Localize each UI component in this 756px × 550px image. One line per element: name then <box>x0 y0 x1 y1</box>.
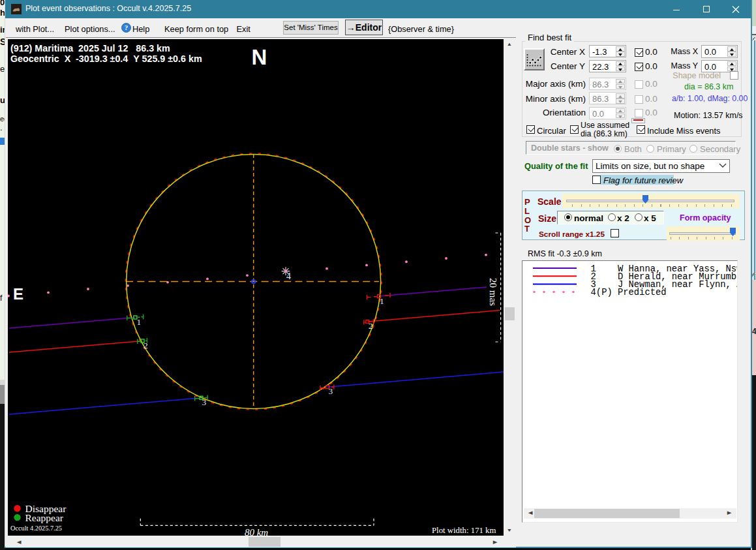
svg-text:1: 1 <box>137 317 142 327</box>
svg-text:4: 4 <box>286 271 291 281</box>
svg-text:3 J Newman, near Flynn, A: 3 J Newman, near Flynn, A <box>591 280 737 290</box>
svg-text:4(P) Predicted: 4(P) Predicted <box>591 288 667 298</box>
svg-text:1 W Hanna, near Yass, Nsw: 1 W Hanna, near Yass, Nsw <box>591 264 737 274</box>
svg-text:?: ? <box>125 23 129 31</box>
svg-text:2: 2 <box>369 321 373 331</box>
svg-text:Occult 4.2025.7.25: Occult 4.2025.7.25 <box>10 525 62 532</box>
svg-text:1: 1 <box>380 296 384 306</box>
svg-text:Reappear: Reappear <box>25 512 64 523</box>
svg-text:Geocentric X -3019.3 ±0.4 Y: Geocentric X -3019.3 ±0.4 Y 525.9 ±0.6 k… <box>10 53 202 64</box>
svg-text:N: N <box>252 45 267 69</box>
svg-text:20 mas: 20 mas <box>488 278 498 306</box>
svg-text:80 km: 80 km <box>245 527 268 536</box>
svg-text:2: 2 <box>144 341 148 350</box>
svg-text:E: E <box>13 285 23 303</box>
svg-text:(912) Maritima 2025 Jul 12: (912) Maritima 2025 Jul 12 86.3 km <box>10 43 170 53</box>
svg-text:3: 3 <box>202 397 207 407</box>
svg-text:2 D Herald, near Murrumba: 2 D Herald, near Murrumba <box>591 272 737 282</box>
svg-text:Plot width: 171 km: Plot width: 171 km <box>432 526 496 535</box>
svg-text:3: 3 <box>329 386 333 396</box>
